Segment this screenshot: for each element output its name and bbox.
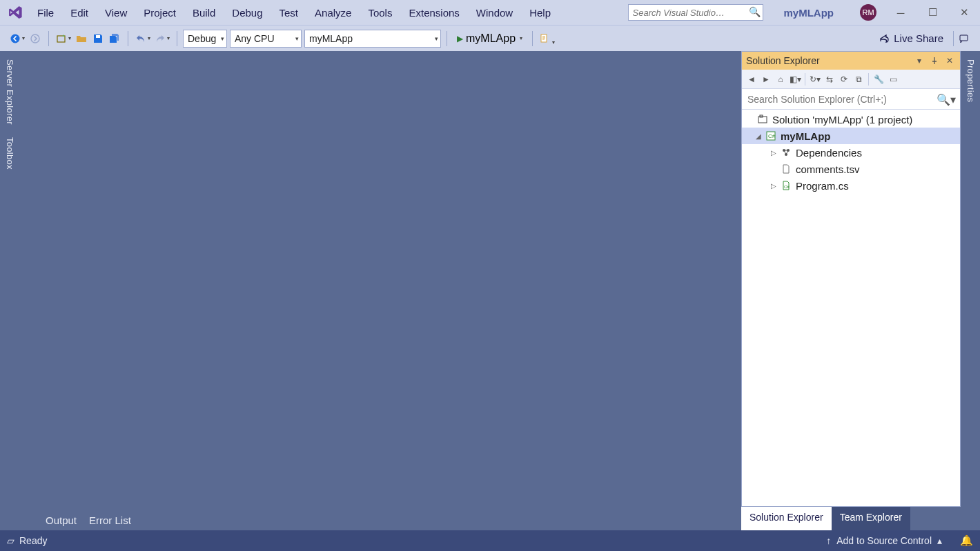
- dependencies-node[interactable]: ▷ Dependencies: [742, 144, 960, 161]
- find-in-files-button[interactable]: ▾: [538, 30, 556, 47]
- left-dock: Server Explorer Toolbox: [0, 51, 19, 530]
- feedback-button[interactable]: [957, 30, 972, 47]
- window-restore-button[interactable]: ☐: [919, 3, 945, 22]
- save-all-button[interactable]: [107, 30, 122, 47]
- startup-project-value: myMLApp: [309, 33, 353, 44]
- svg-point-0: [11, 34, 20, 43]
- menu-view[interactable]: View: [97, 4, 135, 21]
- status-ready-label: Ready: [19, 535, 47, 546]
- svg-point-1: [31, 34, 39, 43]
- window-close-button[interactable]: ✕: [951, 3, 977, 22]
- expand-icon[interactable]: ▷: [770, 149, 778, 157]
- tab-output[interactable]: Output: [43, 512, 79, 530]
- se-switch-views-button[interactable]: ◧▾: [788, 72, 802, 86]
- solution-node[interactable]: Solution 'myMLApp' (1 project): [742, 111, 960, 128]
- tab-toolbox[interactable]: Toolbox: [3, 133, 17, 174]
- solution-explorer-panel: Solution Explorer ▾ ✕ ◄ ► ⌂ ◧▾ ↻▾ ⇆ ⟳ ⧉ …: [741, 51, 961, 507]
- solution-config-value: Debug: [188, 33, 216, 44]
- menu-help[interactable]: Help: [521, 4, 559, 21]
- expand-icon[interactable]: ▷: [770, 182, 778, 190]
- bottom-dock: Output Error List: [43, 510, 134, 530]
- nav-back-button[interactable]: ▾: [8, 30, 26, 47]
- menu-extensions[interactable]: Extensions: [400, 4, 467, 21]
- se-back-button[interactable]: ◄: [745, 72, 758, 86]
- startup-project-dropdown[interactable]: myMLApp▾: [304, 30, 441, 48]
- menu-test[interactable]: Test: [271, 4, 307, 21]
- redo-button[interactable]: ▾: [153, 30, 171, 47]
- live-share-label: Live Share: [894, 32, 943, 44]
- menu-project[interactable]: Project: [135, 4, 184, 21]
- tab-solution-explorer[interactable]: Solution Explorer: [741, 507, 832, 530]
- menu-window[interactable]: Window: [468, 4, 521, 21]
- search-icon[interactable]: 🔍: [749, 6, 761, 17]
- svg-text:C#: C#: [768, 133, 776, 139]
- new-project-button[interactable]: ▾: [55, 30, 72, 47]
- tab-server-explorer[interactable]: Server Explorer: [3, 55, 17, 129]
- solution-icon: [757, 114, 768, 125]
- tab-team-explorer[interactable]: Team Explorer: [832, 507, 910, 530]
- solution-config-dropdown[interactable]: Debug▾: [183, 30, 227, 48]
- undo-button[interactable]: ▾: [134, 30, 152, 47]
- se-refresh-button[interactable]: ⟳: [837, 72, 851, 86]
- right-dock-tabs: Solution Explorer Team Explorer: [741, 507, 961, 530]
- chevron-up-icon[interactable]: ▴: [937, 535, 942, 546]
- notifications-icon[interactable]: 🔔: [960, 534, 973, 547]
- se-sync-active-document-button[interactable]: ⇆: [823, 72, 836, 86]
- menu-tools[interactable]: Tools: [360, 4, 400, 21]
- file-node-comments[interactable]: comments.tsv: [742, 161, 960, 177]
- solution-platform-dropdown[interactable]: Any CPU▾: [230, 30, 302, 48]
- solution-explorer-search-input[interactable]: [742, 89, 960, 109]
- svg-rect-5: [960, 35, 968, 41]
- se-home-button[interactable]: ⌂: [774, 72, 787, 86]
- tab-properties[interactable]: Properties: [963, 55, 978, 106]
- solution-explorer-toolbar: ◄ ► ⌂ ◧▾ ↻▾ ⇆ ⟳ ⧉ 🔧 ▭: [742, 70, 960, 89]
- menu-edit[interactable]: Edit: [62, 4, 97, 21]
- status-bar: ▱ Ready ↑ Add to Source Control ▴ 🔔: [0, 530, 980, 551]
- se-forward-button[interactable]: ►: [759, 72, 773, 86]
- solution-label: Solution 'myMLApp' (1 project): [771, 114, 912, 126]
- save-button[interactable]: [90, 30, 106, 47]
- nav-forward-button[interactable]: [28, 30, 43, 47]
- play-icon: ▶: [457, 34, 463, 43]
- quick-launch-input[interactable]: [628, 4, 763, 21]
- panel-window-position-button[interactable]: ▾: [913, 54, 925, 67]
- open-file-button[interactable]: [74, 30, 89, 47]
- publish-arrow-icon: ↑: [826, 535, 831, 546]
- panel-title-label: Solution Explorer: [746, 55, 820, 66]
- file-label: comments.tsv: [794, 163, 860, 175]
- toolbar-separator: [447, 31, 447, 46]
- dependencies-icon: [781, 147, 792, 158]
- se-pending-changes-filter-button[interactable]: ↻▾: [808, 72, 822, 86]
- dependencies-label: Dependencies: [794, 147, 862, 159]
- menu-build[interactable]: Build: [184, 4, 224, 21]
- collapse-icon[interactable]: ◢: [754, 132, 763, 140]
- se-show-all-files-button[interactable]: ▭: [886, 72, 900, 86]
- toolbar-separator: [532, 31, 533, 46]
- start-debugging-button[interactable]: ▶ myMLApp ▾: [453, 30, 527, 47]
- panel-close-button[interactable]: ✕: [943, 54, 956, 67]
- panel-pin-button[interactable]: [928, 54, 941, 67]
- toolbar-separator: [177, 31, 177, 46]
- file-node-program[interactable]: ▷ C# Program.cs: [742, 177, 960, 194]
- project-node[interactable]: ◢ C# myMLApp: [742, 128, 960, 144]
- file-icon: [781, 163, 792, 174]
- toolbar-separator: [48, 31, 49, 46]
- workspace: Server Explorer Toolbox Output Error Lis…: [0, 51, 980, 530]
- window-minimize-button[interactable]: ─: [888, 3, 914, 22]
- add-to-source-control-button[interactable]: Add to Source Control: [836, 535, 932, 546]
- project-label: myMLApp: [779, 130, 831, 142]
- live-share-button[interactable]: Live Share: [872, 32, 950, 44]
- menu-file[interactable]: File: [29, 4, 62, 21]
- se-collapse-all-button[interactable]: ⧉: [852, 72, 865, 86]
- toolbar-separator: [128, 31, 128, 46]
- menu-analyze[interactable]: Analyze: [306, 4, 360, 21]
- standard-toolbar: ▾ ▾ ▾ ▾ Debug▾: [0, 25, 980, 51]
- svg-rect-3: [96, 35, 100, 38]
- solution-explorer-search: 🔍▾: [742, 89, 960, 110]
- se-properties-button[interactable]: 🔧: [872, 72, 885, 86]
- solution-explorer-titlebar[interactable]: Solution Explorer ▾ ✕: [742, 52, 960, 70]
- menu-debug[interactable]: Debug: [224, 4, 271, 21]
- tab-error-list[interactable]: Error List: [86, 512, 134, 530]
- user-avatar[interactable]: RM: [860, 4, 876, 21]
- search-icon[interactable]: 🔍▾: [937, 93, 956, 106]
